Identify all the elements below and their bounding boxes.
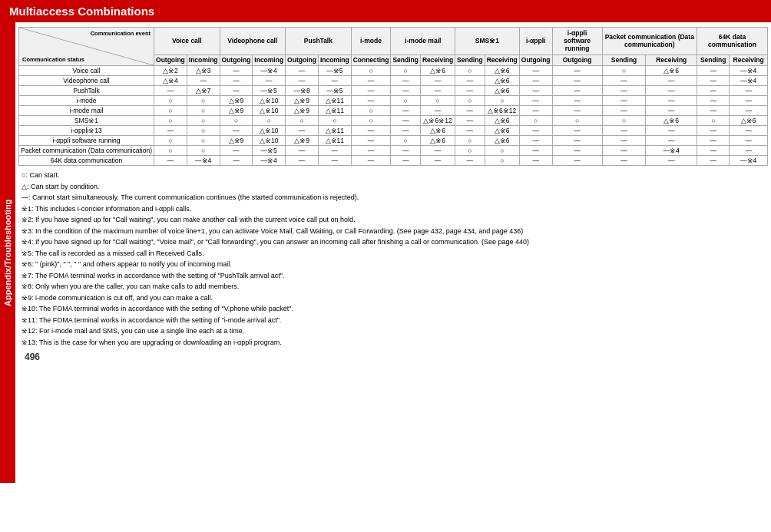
row-header-2: PushTalk xyxy=(19,86,154,96)
cell-8-7: — xyxy=(391,146,421,156)
cell-1-5: — xyxy=(318,76,351,86)
cell-3-11: — xyxy=(519,96,552,106)
cell-7-2: △※9 xyxy=(220,136,253,146)
table-row: Packet communication (Data communication… xyxy=(19,146,768,156)
cell-1-12: — xyxy=(552,76,602,86)
cell-7-0: ○ xyxy=(154,136,187,146)
cell-2-6: — xyxy=(351,86,391,96)
col-sms: SMS※1 xyxy=(455,28,520,55)
cell-5-1: ○ xyxy=(187,116,220,126)
row-header-0: Voice call xyxy=(19,66,154,76)
cell-0-13: ○ xyxy=(602,66,646,76)
col-voice-call: Voice call xyxy=(154,28,220,55)
table-row: Videophone call△※4—————————△※6——————※4 xyxy=(19,76,768,86)
row-header-9: 64K data communication xyxy=(19,156,154,166)
col-packet: Packet communication (Data communication… xyxy=(602,28,697,55)
cell-8-11: — xyxy=(519,146,552,156)
cell-4-1: ○ xyxy=(187,106,220,116)
cell-0-12: — xyxy=(552,66,602,76)
sub-receiving-1: Receiving xyxy=(420,55,455,65)
row-header-7: i-αppli software running xyxy=(19,136,154,146)
cell-8-13: — xyxy=(602,146,646,156)
cell-7-5: △※11 xyxy=(318,136,351,146)
cell-9-15: — xyxy=(697,156,730,166)
cell-5-14: △※6 xyxy=(646,116,697,126)
cell-3-12: — xyxy=(552,96,602,106)
cell-0-10: △※6 xyxy=(485,66,519,76)
col-pushtalk: PushTalk xyxy=(286,28,352,55)
cell-4-10: △※6※12 xyxy=(485,106,519,116)
cell-2-13: — xyxy=(602,86,646,96)
sub-incoming-3: Incoming xyxy=(318,55,351,65)
row-header-5: SMS※1 xyxy=(19,116,154,126)
cell-4-8: — xyxy=(420,106,455,116)
cell-6-13: — xyxy=(602,126,646,136)
cell-9-16: —※4 xyxy=(730,156,768,166)
cell-5-4: ○ xyxy=(286,116,319,126)
notes-section: ○: Can start.△: Can start by condition.—… xyxy=(18,170,768,348)
cell-9-9: — xyxy=(455,156,485,166)
table-row: 64K data communication——※4——※4——————○———… xyxy=(19,156,768,166)
sub-incoming-1: Incoming xyxy=(187,55,220,65)
row-header-3: i-mode xyxy=(19,96,154,106)
cell-4-0: ○ xyxy=(154,106,187,116)
cell-1-4: — xyxy=(286,76,319,86)
table-row: SMS※1○○○○○○○—△※6※12—△※6○○○△※6○△※6 xyxy=(19,116,768,126)
cell-0-7: ○ xyxy=(391,66,421,76)
cell-8-5: — xyxy=(318,146,351,156)
cell-0-14: △※6 xyxy=(646,66,697,76)
sidebar-label: Appendix/Troubleshooting xyxy=(0,22,15,483)
sub-outgoing-2: Outgoing xyxy=(220,55,253,65)
cell-9-4: — xyxy=(286,156,319,166)
sub-sending-4: Sending xyxy=(697,55,730,65)
cell-7-1: ○ xyxy=(187,136,220,146)
cell-7-7: ○ xyxy=(391,136,421,146)
cell-5-6: ○ xyxy=(351,116,391,126)
cell-3-13: — xyxy=(602,96,646,106)
table-row: PushTalk—△※7——※5—※8—※5————△※6—————— xyxy=(19,86,768,96)
cell-5-11: ○ xyxy=(519,116,552,126)
cell-5-7: — xyxy=(391,116,421,126)
sub-outgoing-1: Outgoing xyxy=(154,55,187,65)
cell-7-11: — xyxy=(519,136,552,146)
cell-1-15: — xyxy=(697,76,730,86)
cell-5-16: △※6 xyxy=(730,116,768,126)
cell-6-10: △※6 xyxy=(485,126,519,136)
note-item: ※10: The FOMA terminal works in accordan… xyxy=(22,304,768,315)
cell-6-4: — xyxy=(286,126,319,136)
cell-1-7: — xyxy=(391,76,421,86)
cell-9-0: — xyxy=(154,156,187,166)
cell-9-12: — xyxy=(552,156,602,166)
cell-0-4: — xyxy=(286,66,319,76)
cell-4-7: — xyxy=(391,106,421,116)
cell-4-13: — xyxy=(602,106,646,116)
table-row: i-mode mail○○△※9△※10△※9△※11○———△※6※12———… xyxy=(19,106,768,116)
cell-2-12: — xyxy=(552,86,602,96)
cell-3-14: — xyxy=(646,96,697,106)
cell-3-10: ○ xyxy=(485,96,519,106)
row-header-6: i-αppli※13 xyxy=(19,126,154,136)
cell-9-8: — xyxy=(420,156,455,166)
cell-2-4: —※8 xyxy=(286,86,319,96)
cell-8-4: — xyxy=(286,146,319,156)
sub-incoming-2: Incoming xyxy=(253,55,286,65)
cell-4-2: △※9 xyxy=(220,106,253,116)
row-header-8: Packet communication (Data communication… xyxy=(19,146,154,156)
cell-6-9: — xyxy=(455,126,485,136)
cell-2-14: — xyxy=(646,86,697,96)
cell-3-5: △※11 xyxy=(318,96,351,106)
cell-6-1: ○ xyxy=(187,126,220,136)
cell-0-1: △※3 xyxy=(187,66,220,76)
table-row: i-αppli※13—○—△※10—△※11——△※6—△※6—————— xyxy=(19,126,768,136)
cell-5-13: ○ xyxy=(602,116,646,126)
cell-3-3: △※10 xyxy=(253,96,286,106)
cell-2-2: — xyxy=(220,86,253,96)
cell-2-10: △※6 xyxy=(485,86,519,96)
cell-3-16: — xyxy=(730,96,768,106)
cell-1-10: △※6 xyxy=(485,76,519,86)
cell-0-5: —※5 xyxy=(318,66,351,76)
cell-2-8: — xyxy=(420,86,455,96)
cell-3-7: ○ xyxy=(391,96,421,106)
cell-8-8: — xyxy=(420,146,455,156)
table-row: i-mode○○△※9△※10△※9△※11—○○○○—————— xyxy=(19,96,768,106)
